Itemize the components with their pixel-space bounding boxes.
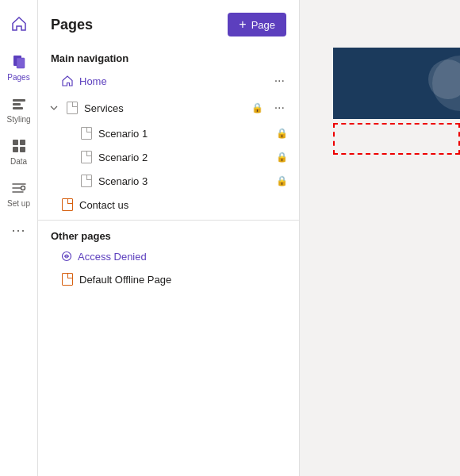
sidebar-item-data[interactable]: Data xyxy=(2,132,36,171)
offline-label: Default Offline Page xyxy=(79,274,289,286)
services-page-icon xyxy=(65,101,79,115)
scenario1-lock-icon: 🔒 xyxy=(276,128,288,139)
svg-rect-7 xyxy=(13,147,18,152)
add-page-icon: + xyxy=(239,17,246,32)
other-pages-title: Other pages xyxy=(38,224,299,245)
nav-item-scenario1[interactable]: Scenario 1 🔒 xyxy=(38,121,299,145)
svg-rect-3 xyxy=(13,103,21,106)
services-dots-menu[interactable]: ··· xyxy=(270,99,289,117)
more-icon: ··· xyxy=(10,221,29,240)
home-dots-menu[interactable]: ··· xyxy=(270,72,289,90)
nav-item-access-denied[interactable]: Access Denied xyxy=(38,245,299,267)
services-lock-icon: 🔒 xyxy=(251,102,263,113)
scenario2-label: Scenario 2 xyxy=(98,152,271,163)
scenario3-label: Scenario 3 xyxy=(98,175,271,187)
access-denied-icon xyxy=(60,250,73,263)
scenario1-page-icon xyxy=(79,126,94,140)
sidebar-narrow: Pages Styling Data xyxy=(0,0,38,476)
svg-point-12 xyxy=(432,56,460,111)
services-nav-label: Services xyxy=(84,102,247,114)
scenario2-lock-icon: 🔒 xyxy=(276,152,288,163)
svg-rect-4 xyxy=(13,107,23,109)
preview-blue-box xyxy=(333,48,460,119)
preview-panel: Move to "Other pages" Move down Add a ne… xyxy=(300,0,460,476)
setup-label: Set up xyxy=(7,199,30,208)
pages-icon xyxy=(10,52,29,71)
svg-rect-8 xyxy=(20,147,25,152)
data-label: Data xyxy=(10,157,27,166)
nav-item-home[interactable]: Home ··· xyxy=(38,67,299,94)
sidebar-item-styling[interactable]: Styling xyxy=(2,90,36,129)
main-nav-title: Main navigation xyxy=(38,46,299,67)
sidebar-item-more[interactable]: ··· xyxy=(2,216,36,244)
sidebar-home-icon[interactable] xyxy=(2,6,36,41)
sidebar-item-setup[interactable]: Set up xyxy=(2,174,36,213)
data-icon xyxy=(10,136,29,155)
home-nav-icon xyxy=(60,74,75,88)
pages-panel: Pages + Page Main navigation Home ··· Se… xyxy=(38,0,300,476)
pages-title: Pages xyxy=(51,17,93,33)
svg-rect-6 xyxy=(20,140,25,145)
svg-point-9 xyxy=(21,186,25,190)
scenario3-page-icon xyxy=(79,174,94,188)
add-page-label: Page xyxy=(251,19,275,31)
nav-item-services[interactable]: Services 🔒 ··· xyxy=(38,94,299,121)
access-denied-label: Access Denied xyxy=(78,251,289,263)
pages-header: Pages + Page xyxy=(38,0,299,46)
contact-page-icon xyxy=(60,198,75,212)
nav-item-scenario3[interactable]: Scenario 3 🔒 xyxy=(38,169,299,193)
styling-icon xyxy=(10,94,29,113)
svg-rect-2 xyxy=(13,99,25,102)
svg-rect-5 xyxy=(13,140,18,145)
add-page-button[interactable]: + Page xyxy=(228,13,286,36)
scenario3-lock-icon: 🔒 xyxy=(276,175,288,186)
pages-label: Pages xyxy=(7,73,29,82)
scenario1-label: Scenario 1 xyxy=(98,128,271,140)
nav-item-offline[interactable]: Default Offline Page xyxy=(38,267,299,291)
svg-rect-1 xyxy=(17,58,25,68)
nav-item-scenario2[interactable]: Scenario 2 🔒 xyxy=(38,145,299,169)
section-divider xyxy=(38,220,299,221)
scenario2-page-icon xyxy=(79,150,94,164)
styling-label: Styling xyxy=(6,115,30,124)
contact-label: Contact us xyxy=(79,199,289,211)
sidebar-item-pages[interactable]: Pages xyxy=(2,48,36,86)
setup-icon xyxy=(10,178,29,198)
offline-page-icon xyxy=(60,272,75,286)
preview-red-dashed-box xyxy=(333,123,460,155)
services-chevron xyxy=(48,102,60,114)
home-nav-label: Home xyxy=(79,75,265,87)
nav-item-contact[interactable]: Contact us xyxy=(38,193,299,217)
